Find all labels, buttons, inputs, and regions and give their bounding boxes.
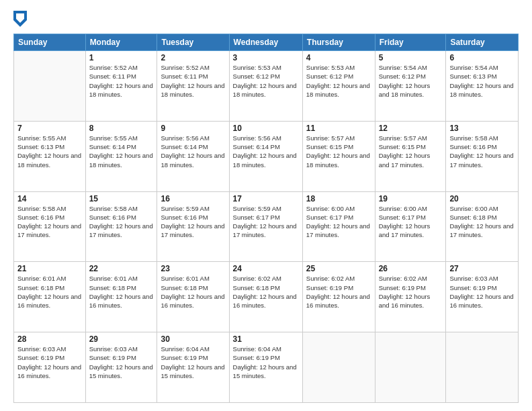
sunrise-text: Sunrise: 6:04 AM [161, 345, 209, 353]
sunrise-text: Sunrise: 5:59 AM [161, 205, 209, 212]
day-info: Sunrise: 5:56 AMSunset: 6:14 PMDaylight:… [233, 134, 299, 169]
day-number: 1 [89, 53, 154, 62]
day-info: Sunrise: 5:58 AMSunset: 6:16 PMDaylight:… [17, 204, 82, 240]
calendar-cell: 30Sunrise: 6:04 AMSunset: 6:19 PMDayligh… [157, 332, 229, 403]
day-info: Sunrise: 6:03 AMSunset: 6:19 PMDaylight:… [449, 274, 515, 310]
calendar-cell: 8Sunrise: 5:55 AMSunset: 6:14 PMDaylight… [85, 121, 157, 191]
day-number: 26 [379, 264, 443, 273]
sunset-text: Sunset: 6:16 PM [89, 214, 136, 221]
daylight-text: Daylight: 12 hours and 18 minutes. [161, 82, 224, 98]
day-info: Sunrise: 5:58 AMSunset: 6:16 PMDaylight:… [89, 204, 154, 240]
sunrise-text: Sunrise: 6:00 AM [379, 205, 427, 212]
day-number: 20 [449, 194, 515, 203]
calendar-header-row: Sunday Monday Tuesday Wednesday Thursday… [14, 34, 519, 51]
day-number: 4 [306, 53, 371, 62]
daylight-text: Daylight: 12 hours and 18 minutes. [89, 152, 153, 168]
calendar-cell: 10Sunrise: 5:56 AMSunset: 6:14 PMDayligh… [229, 121, 302, 191]
sunset-text: Sunset: 6:19 PM [17, 354, 64, 361]
sunrise-text: Sunrise: 6:02 AM [233, 275, 281, 282]
sunrise-text: Sunrise: 6:03 AM [17, 345, 66, 353]
col-friday: Friday [375, 34, 446, 51]
day-number: 14 [17, 194, 82, 203]
sunset-text: Sunset: 6:18 PM [89, 284, 136, 291]
day-number: 21 [17, 264, 82, 273]
calendar-week-row: 7Sunrise: 5:55 AMSunset: 6:13 PMDaylight… [14, 121, 519, 191]
day-number: 28 [17, 334, 82, 344]
day-number: 3 [233, 53, 299, 62]
calendar-cell [302, 332, 375, 403]
sunrise-text: Sunrise: 6:01 AM [89, 275, 138, 282]
sunset-text: Sunset: 6:11 PM [89, 73, 136, 80]
day-info: Sunrise: 5:55 AMSunset: 6:14 PMDaylight:… [89, 134, 154, 169]
sunset-text: Sunset: 6:13 PM [449, 73, 496, 80]
day-info: Sunrise: 6:01 AMSunset: 6:18 PMDaylight:… [17, 274, 82, 310]
calendar-cell: 25Sunrise: 6:02 AMSunset: 6:19 PMDayligh… [302, 262, 375, 332]
day-info: Sunrise: 6:01 AMSunset: 6:18 PMDaylight:… [161, 274, 225, 310]
calendar-cell [375, 332, 446, 403]
day-info: Sunrise: 6:00 AMSunset: 6:17 PMDaylight:… [379, 204, 443, 240]
calendar-cell: 6Sunrise: 5:54 AMSunset: 6:13 PMDaylight… [446, 51, 519, 122]
sunrise-text: Sunrise: 6:04 AM [233, 345, 281, 353]
sunset-text: Sunset: 6:17 PM [379, 214, 426, 221]
sunrise-text: Sunrise: 5:56 AM [233, 134, 281, 142]
calendar-cell: 19Sunrise: 6:00 AMSunset: 6:17 PMDayligh… [375, 191, 446, 262]
day-number: 7 [17, 124, 82, 133]
daylight-text: Daylight: 12 hours and 18 minutes. [17, 152, 81, 168]
col-sunday: Sunday [14, 34, 86, 51]
day-info: Sunrise: 6:04 AMSunset: 6:19 PMDaylight:… [233, 345, 299, 380]
day-number: 15 [89, 194, 154, 203]
day-info: Sunrise: 6:02 AMSunset: 6:18 PMDaylight:… [233, 274, 299, 310]
daylight-text: Daylight: 12 hours and 16 minutes. [161, 293, 224, 309]
sunset-text: Sunset: 6:15 PM [306, 143, 353, 150]
daylight-text: Daylight: 12 hours and 17 minutes. [306, 222, 370, 238]
day-number: 23 [161, 264, 225, 273]
calendar-cell: 9Sunrise: 5:56 AMSunset: 6:14 PMDaylight… [157, 121, 229, 191]
daylight-text: Daylight: 12 hours and 18 minutes. [161, 152, 224, 168]
daylight-text: Daylight: 12 hours and 18 minutes. [233, 82, 297, 98]
day-info: Sunrise: 5:53 AMSunset: 6:12 PMDaylight:… [306, 63, 371, 99]
day-number: 18 [306, 194, 371, 203]
sunrise-text: Sunrise: 5:54 AM [379, 64, 427, 71]
day-info: Sunrise: 6:03 AMSunset: 6:19 PMDaylight:… [17, 345, 82, 380]
day-number: 31 [233, 334, 299, 344]
sunset-text: Sunset: 6:19 PM [161, 354, 208, 361]
logo [13, 11, 30, 27]
day-number: 29 [89, 334, 154, 344]
sunrise-text: Sunrise: 5:58 AM [17, 205, 66, 212]
daylight-text: Daylight: 12 hours and 15 minutes. [233, 363, 297, 379]
col-tuesday: Tuesday [157, 34, 229, 51]
calendar-cell: 5Sunrise: 5:54 AMSunset: 6:12 PMDaylight… [375, 51, 446, 122]
sunset-text: Sunset: 6:16 PM [449, 143, 496, 150]
sunset-text: Sunset: 6:18 PM [233, 284, 280, 291]
day-info: Sunrise: 6:02 AMSunset: 6:19 PMDaylight:… [306, 274, 371, 310]
daylight-text: Daylight: 12 hours and 18 minutes. [306, 82, 370, 98]
day-info: Sunrise: 5:58 AMSunset: 6:16 PMDaylight:… [449, 134, 515, 169]
calendar-cell: 28Sunrise: 6:03 AMSunset: 6:19 PMDayligh… [14, 332, 86, 403]
calendar-cell: 7Sunrise: 5:55 AMSunset: 6:13 PMDaylight… [14, 121, 86, 191]
header [13, 11, 519, 27]
daylight-text: Daylight: 12 hours and 16 minutes. [17, 293, 81, 309]
calendar-cell: 2Sunrise: 5:52 AMSunset: 6:11 PMDaylight… [157, 51, 229, 122]
sunrise-text: Sunrise: 6:00 AM [306, 205, 355, 212]
daylight-text: Daylight: 12 hours and 16 minutes. [379, 293, 431, 309]
day-number: 19 [379, 194, 443, 203]
logo-icon [13, 11, 27, 27]
day-info: Sunrise: 5:54 AMSunset: 6:13 PMDaylight:… [449, 63, 515, 99]
sunrise-text: Sunrise: 6:03 AM [89, 345, 138, 353]
calendar-cell: 31Sunrise: 6:04 AMSunset: 6:19 PMDayligh… [229, 332, 302, 403]
calendar-cell: 15Sunrise: 5:58 AMSunset: 6:16 PMDayligh… [85, 191, 157, 262]
day-info: Sunrise: 5:56 AMSunset: 6:14 PMDaylight:… [161, 134, 225, 169]
day-number: 24 [233, 264, 299, 273]
daylight-text: Daylight: 12 hours and 16 minutes. [89, 293, 153, 309]
calendar-cell [14, 51, 86, 122]
sunset-text: Sunset: 6:12 PM [379, 73, 426, 80]
daylight-text: Daylight: 12 hours and 18 minutes. [89, 82, 153, 98]
sunrise-text: Sunrise: 6:02 AM [306, 275, 355, 282]
daylight-text: Daylight: 12 hours and 18 minutes. [379, 82, 431, 98]
daylight-text: Daylight: 12 hours and 15 minutes. [161, 363, 224, 379]
calendar-week-row: 1Sunrise: 5:52 AMSunset: 6:11 PMDaylight… [14, 51, 519, 122]
sunset-text: Sunset: 6:14 PM [161, 143, 208, 150]
sunrise-text: Sunrise: 5:59 AM [233, 205, 281, 212]
day-info: Sunrise: 5:57 AMSunset: 6:15 PMDaylight:… [306, 134, 371, 169]
calendar-week-row: 28Sunrise: 6:03 AMSunset: 6:19 PMDayligh… [14, 332, 519, 403]
